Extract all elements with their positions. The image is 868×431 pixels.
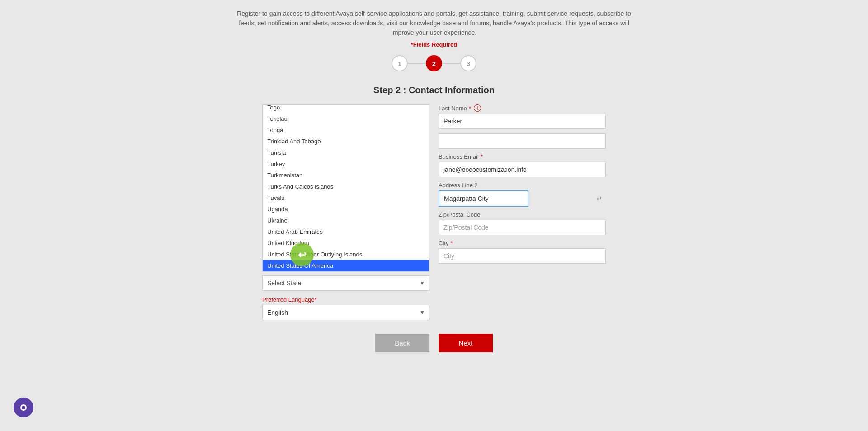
city-input[interactable]: [439, 248, 606, 264]
step-1-circle[interactable]: 1: [392, 55, 408, 71]
country-item[interactable]: Tonga: [263, 124, 429, 136]
business-email-label: Business Email*: [439, 153, 606, 160]
next-button[interactable]: Next: [439, 334, 493, 352]
address-line2-group: Address Line 2 ↵: [439, 182, 606, 207]
zip-input[interactable]: [439, 220, 606, 235]
address-line2-label: Address Line 2: [439, 182, 606, 189]
address-line2-input[interactable]: [439, 190, 528, 207]
last-name-info-icon[interactable]: i: [474, 104, 481, 112]
country-item[interactable]: Tunisia: [263, 147, 429, 158]
country-item[interactable]: Tuvalu: [263, 192, 429, 204]
zip-label: Zip/Postal Code: [439, 211, 606, 218]
extra-input[interactable]: [439, 133, 606, 149]
country-item[interactable]: Uganda: [263, 204, 429, 215]
step-3-circle[interactable]: 3: [460, 55, 476, 71]
zip-group: Zip/Postal Code: [439, 211, 606, 235]
chat-bubble-icon: [20, 404, 27, 411]
right-column: Last Name* i Business Email* Address Lin…: [439, 104, 606, 320]
city-group: City*: [439, 240, 606, 264]
country-item[interactable]: United States Of America: [263, 260, 429, 271]
last-name-group: Last Name* i: [439, 104, 606, 129]
step-line-2: [442, 63, 460, 64]
business-email-input[interactable]: [439, 162, 606, 177]
language-section: Preferred Language* English French Spani…: [262, 296, 429, 320]
country-item[interactable]: United Kingdom: [263, 237, 429, 249]
language-select[interactable]: English French Spanish German: [262, 305, 429, 320]
step-line-1: [408, 63, 426, 64]
step-title: Step 2 : Contact Information: [373, 85, 495, 95]
country-item[interactable]: United Arab Emirates: [263, 226, 429, 237]
step-indicator: 1 2 3: [392, 55, 476, 71]
country-item[interactable]: Togo: [263, 104, 429, 113]
chat-bubble[interactable]: [14, 398, 33, 417]
country-item[interactable]: Tokelau: [263, 113, 429, 124]
state-select-wrapper: Select State ▼: [262, 275, 429, 291]
address-input-wrapper: ↵: [439, 190, 606, 207]
business-email-group: Business Email*: [439, 153, 606, 177]
country-list[interactable]: Syrian Arab RepublicTaiwan, ROCTajikista…: [262, 104, 429, 272]
extra-field-group: [439, 133, 606, 149]
country-item[interactable]: Turkmenistan: [263, 170, 429, 181]
country-item[interactable]: Turkey: [263, 158, 429, 170]
country-item[interactable]: Trinidad And Tobago: [263, 136, 429, 147]
back-button[interactable]: Back: [375, 334, 429, 352]
country-item[interactable]: United States Minor Outlying Islands: [263, 249, 429, 260]
language-label: Preferred Language*: [262, 296, 429, 303]
enter-icon: ↵: [596, 194, 602, 203]
form-area: Syrian Arab RepublicTaiwan, ROCTajikista…: [262, 104, 606, 320]
left-column: Syrian Arab RepublicTaiwan, ROCTajikista…: [262, 104, 429, 320]
city-label: City*: [439, 240, 606, 246]
buttons-row: Back Next: [262, 334, 606, 352]
last-name-label: Last Name* i: [439, 104, 606, 112]
state-select[interactable]: Select State: [262, 275, 429, 291]
last-name-input[interactable]: [439, 114, 606, 129]
fields-required: *Fields Required: [411, 41, 458, 48]
step-2-circle[interactable]: 2: [426, 55, 442, 71]
intro-text: Register to gain access to different Ava…: [231, 9, 637, 38]
language-select-wrapper: English French Spanish German ▼: [262, 305, 429, 320]
country-item[interactable]: Turks And Caicos Islands: [263, 181, 429, 192]
country-item[interactable]: Ukraine: [263, 215, 429, 226]
